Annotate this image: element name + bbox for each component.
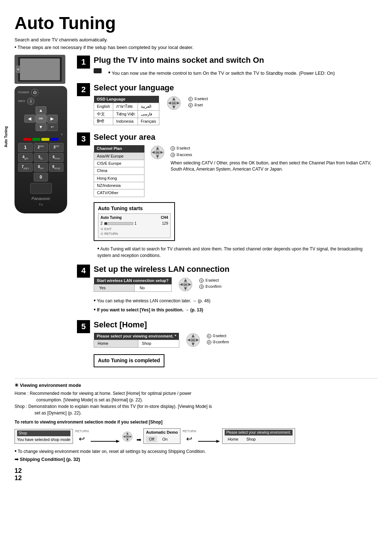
step-number-1: 1	[77, 56, 90, 69]
page-number: 12	[15, 474, 22, 483]
page-title: Auto Tuning	[15, 11, 377, 35]
subtitle2: • These steps are not necessary if the s…	[15, 44, 377, 51]
num9-button[interactable]: 9wxyz	[49, 163, 64, 172]
shop-flow: Shop You have selected shop mode RETURN …	[15, 428, 377, 444]
num5-button[interactable]: 5jk.	[34, 153, 48, 162]
return-flow-icon-2: RETURN ↩	[183, 429, 196, 444]
step-1-title: Plug the TV into mains socket and switch…	[94, 55, 377, 66]
step-2-title: Select your language	[94, 82, 377, 94]
step-number-5: 5	[77, 320, 90, 333]
num1-button[interactable]: 1	[18, 143, 33, 152]
shipping-link[interactable]: ➡ Shipping Condition] (p. 32)	[15, 456, 377, 463]
catv-note: When selecting CATV / Other, press the O…	[171, 160, 377, 172]
nav-down[interactable]: ▼	[36, 123, 46, 131]
step-number-4: 4	[77, 265, 90, 278]
return-flow-icon: RETURN ↩	[75, 429, 89, 444]
view-env-return-box: Please select your viewing environment. …	[222, 428, 295, 444]
svg-text:OK: OK	[191, 339, 195, 342]
green-button[interactable]	[32, 138, 40, 141]
info-button[interactable]: ℹ	[27, 98, 34, 105]
shop-box: Shop You have selected shop mode	[15, 429, 73, 444]
auto-tuning-note: • Auto Tuning will start to search for T…	[97, 245, 377, 259]
tv-label: TV	[18, 203, 64, 207]
step-1-body: • You can now use the remote control to …	[108, 68, 377, 77]
svg-text:OK: OK	[172, 102, 176, 105]
tv-image	[15, 55, 65, 84]
remote-control: POWER ⏻ INFO ℹ ▲ ◀ OK ▶	[15, 86, 67, 213]
lan-notes: • You can setup the wireless LAN connect…	[94, 296, 377, 314]
home-table: Please select your viewing environment. …	[94, 333, 179, 348]
osd-language-table: OSD Language Englishภาษาไทยالعربية 中文Tiế…	[94, 96, 159, 126]
num8-button[interactable]: 8tuv	[34, 163, 48, 172]
svg-marker-29	[116, 440, 120, 443]
brand-label: Panasonic	[18, 196, 64, 201]
step-2: 2 Select your language OSD Language Engl…	[77, 82, 377, 127]
step-number-3: 3	[77, 132, 90, 146]
step-2-select-confirm: ① ①select ② ②set	[188, 96, 208, 109]
step-4-title: Set up the wireless LAN connection	[94, 264, 377, 275]
num2-button[interactable]: 2abc	[34, 143, 48, 152]
flow-arrow-2: ➡	[136, 436, 141, 444]
auto-tuning-completed-box: Auto Tuning is completed	[94, 354, 164, 367]
blue-button[interactable]	[50, 138, 58, 141]
viewing-mode-text: Home : Recommended mode for viewing at h…	[15, 390, 377, 416]
svg-marker-38	[216, 440, 220, 443]
nav-right[interactable]: ▶	[47, 115, 58, 123]
auto-tuning-starts-box: Auto Tuning starts Auto Tuning CH4 2 1	[94, 202, 175, 241]
svg-text:OK: OK	[184, 283, 188, 286]
step-4-select-confirm: ① ①select ② ②confirm	[199, 277, 221, 290]
step-3: 3 Select your area Channel Plan Asia/W E…	[77, 132, 377, 259]
svg-text:OK: OK	[156, 151, 160, 154]
nav-up[interactable]: ▲	[36, 106, 46, 114]
flow-arrow-1	[91, 439, 120, 444]
step-5-select-confirm: ① ①select ② ②confirm	[207, 333, 229, 346]
return-section-title: To return to viewing environment selecti…	[15, 419, 377, 425]
step-3-select-confirm: ① ①select ② ②access	[171, 145, 377, 158]
num6-button[interactable]: 6mno	[49, 153, 64, 162]
ok-nav-icon-2: OK	[167, 96, 181, 110]
ok-nav-icon-4: OK	[178, 277, 193, 292]
step-1: 1 Plug the TV into mains socket and swit…	[77, 55, 377, 77]
channel-plan-table: Channel Plan Asia/W Europe CIS/E Europe …	[94, 145, 144, 197]
asterisk-icon: ✳	[15, 383, 19, 388]
bottom-section: ✳ Viewing environment mode Home : Recomm…	[15, 378, 377, 463]
svg-text:OK: OK	[126, 436, 129, 438]
ok-nav-icon-5: OK	[186, 333, 200, 347]
ok-button[interactable]: OK	[36, 115, 46, 123]
ok-nav-icon-3: OK	[150, 145, 165, 160]
step-4: 4 Set up the wireless LAN connection Sta…	[77, 264, 377, 314]
page-number-bottom: 12	[15, 466, 377, 475]
yellow-button[interactable]	[41, 138, 49, 141]
footer-note: • To change viewing environment mode lat…	[15, 447, 377, 455]
power-on-icon	[94, 68, 102, 73]
step-number-2: 2	[77, 83, 90, 96]
step-3-title: Select your area	[94, 132, 377, 143]
ok-flow-icon: OK	[122, 431, 133, 444]
return-button[interactable]: ↩	[47, 123, 58, 131]
step-5-title: Select [Home]	[94, 319, 377, 331]
sidebar-label: Auto Tuning	[4, 126, 9, 147]
flow-arrow-3	[198, 439, 220, 444]
subtitle1: Search and store TV channels automatical…	[15, 37, 377, 43]
num0-button[interactable]: 0	[34, 173, 48, 182]
touchpad[interactable]	[30, 183, 52, 194]
auto-demo-box: Automatic Demo Off On	[143, 428, 180, 444]
num7-button[interactable]: 7pqrs	[18, 163, 33, 172]
power-button[interactable]: ⏻	[31, 89, 38, 96]
num3-button[interactable]: 3def	[49, 143, 64, 152]
lan-table: Start wireless LAN connection setup? Yes…	[94, 277, 172, 292]
viewing-mode-title: Viewing environment mode	[20, 383, 81, 388]
nav-left[interactable]: ◀	[24, 115, 35, 123]
step-5: 5 Select [Home] Please select your viewi…	[77, 319, 377, 367]
red-button[interactable]	[23, 138, 31, 141]
num4-button[interactable]: 4ghi	[18, 153, 33, 162]
